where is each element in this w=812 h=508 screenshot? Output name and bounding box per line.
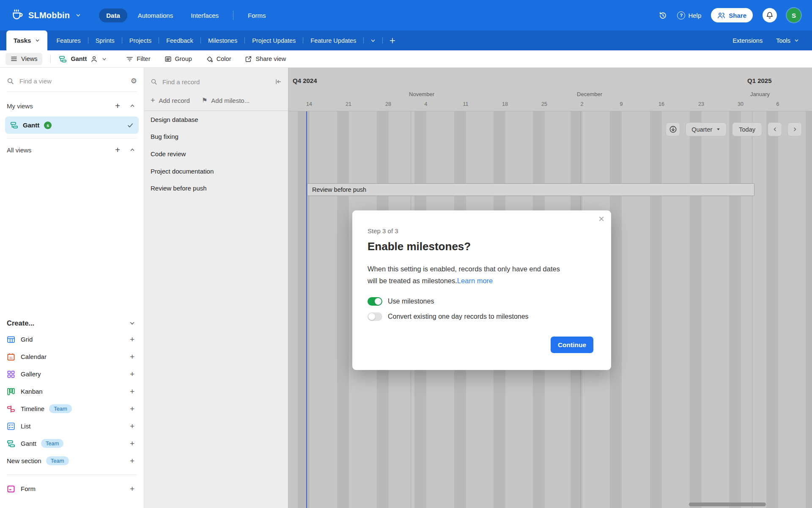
plus-icon[interactable]: + <box>130 352 134 362</box>
record-name: Review before push <box>151 185 207 192</box>
notifications-button[interactable] <box>763 8 777 22</box>
create-item-grid[interactable]: Grid+ <box>0 331 144 348</box>
weekend-shading <box>690 111 701 508</box>
views-button[interactable]: Views <box>5 53 42 65</box>
week-gridline <box>778 111 778 508</box>
week-gridline <box>348 111 349 508</box>
toggle-knob <box>368 313 375 320</box>
record-row-review-before-push[interactable]: Review before push <box>144 179 288 197</box>
tab-feedback[interactable]: Feedback <box>159 30 200 50</box>
record-search-input[interactable] <box>162 78 271 86</box>
add-milestone-button[interactable]: ⚑ Add milesto... <box>202 97 250 104</box>
plus-icon[interactable]: + <box>130 370 134 379</box>
chevron-down-icon <box>129 320 135 326</box>
view-toolbar: Views Gantt Filter Group <box>0 50 812 68</box>
group-button[interactable]: Group <box>165 55 192 63</box>
chevron-down-icon <box>370 38 376 44</box>
share-view-button[interactable]: Share view <box>245 55 286 63</box>
plus-icon[interactable]: + <box>130 456 134 466</box>
chevron-up-icon[interactable] <box>129 147 135 153</box>
horizontal-scrollbar[interactable] <box>689 502 766 506</box>
date-tick-label: 23 <box>698 101 704 107</box>
tab-project-updates[interactable]: Project Updates <box>245 30 303 50</box>
plus-icon[interactable]: + <box>130 422 134 431</box>
scroll-left-button[interactable] <box>768 122 782 136</box>
tools-button[interactable]: Tools <box>776 37 799 44</box>
gantt-view-icon <box>59 55 67 63</box>
view-search-input[interactable] <box>19 77 126 85</box>
chevron-down-icon <box>102 56 107 62</box>
week-gridline <box>309 111 310 508</box>
date-tick-label: 11 <box>463 101 469 107</box>
record-row-design-database[interactable]: Design database <box>144 111 288 128</box>
current-view-button[interactable]: Gantt <box>59 55 107 63</box>
help-button[interactable]: ? Help <box>677 11 701 19</box>
tab-projects[interactable]: Projects <box>122 30 159 50</box>
record-row-project-documentation[interactable]: Project documentation <box>144 163 288 180</box>
plus-icon <box>389 37 396 44</box>
create-item-kanban[interactable]: Kanban+ <box>0 383 144 400</box>
tab-tasks[interactable]: Tasks <box>6 30 47 50</box>
jump-to-bar-button[interactable] <box>666 122 680 136</box>
flag-icon: ⚑ <box>202 97 207 104</box>
avatar[interactable]: S <box>787 8 801 22</box>
create-item-list[interactable]: List+ <box>0 417 144 435</box>
tab-sprints[interactable]: Sprints <box>88 30 122 50</box>
share-button[interactable]: Share <box>711 8 753 22</box>
quarter-label-q4-2024: Q4 2024 <box>293 77 317 84</box>
color-button[interactable]: Color <box>206 55 231 63</box>
create-item-gantt[interactable]: GanttTeam+ <box>0 435 144 452</box>
create-item-timeline[interactable]: TimelineTeam+ <box>0 400 144 417</box>
topbar-nav-forms[interactable]: Forms <box>241 8 273 22</box>
add-view-icon[interactable]: + <box>115 145 120 155</box>
learn-more-link[interactable]: Learn more <box>457 277 493 284</box>
filter-button[interactable]: Filter <box>126 55 150 63</box>
week-gridline <box>741 111 741 508</box>
sidebar-item-gantt-selected[interactable]: Gantt s <box>5 116 139 134</box>
add-record-button[interactable]: Add record <box>159 97 190 104</box>
create-item-calendar[interactable]: 31Calendar+ <box>0 348 144 365</box>
scroll-right-button[interactable] <box>787 122 802 136</box>
tab-features[interactable]: Features <box>49 30 88 50</box>
create-item-new-section[interactable]: New sectionTeam+ <box>0 452 144 469</box>
gantt-bar-review-before-push[interactable]: Review before push <box>307 183 754 196</box>
topbar-nav-automations[interactable]: Automations <box>131 8 180 22</box>
topbar-right: ? Help Share <box>658 8 801 22</box>
continue-button[interactable]: Continue <box>551 337 593 353</box>
plus-icon[interactable]: + <box>130 404 134 414</box>
grid-icon <box>7 335 15 344</box>
collaborator-icon <box>91 55 98 63</box>
plus-icon[interactable]: + <box>130 484 134 494</box>
chevron-up-icon[interactable] <box>129 103 135 109</box>
collapse-panel-icon[interactable] <box>275 78 282 85</box>
add-table-button[interactable] <box>383 30 402 50</box>
close-icon[interactable]: × <box>598 214 604 224</box>
check-icon <box>127 122 134 129</box>
plus-icon[interactable]: + <box>130 387 134 396</box>
gear-icon[interactable]: ⚙ <box>131 77 137 86</box>
record-row-bug-fixing[interactable]: Bug fixing <box>144 128 288 146</box>
topbar-nav-interfaces[interactable]: Interfaces <box>184 8 226 22</box>
workspace-switcher[interactable]: SLMobbin <box>11 9 81 22</box>
record-row-code-review[interactable]: Code review <box>144 145 288 163</box>
plus-icon[interactable]: + <box>130 439 134 448</box>
today-button[interactable]: Today <box>732 122 762 136</box>
extensions-button[interactable]: Extensions <box>732 37 763 44</box>
topbar-nav-data[interactable]: Data <box>99 8 127 22</box>
tab-feature-updates[interactable]: Feature Updates <box>303 30 363 50</box>
use-milestones-toggle[interactable] <box>368 297 382 306</box>
create-header[interactable]: Create... <box>0 315 144 331</box>
record-search <box>144 73 288 90</box>
date-tick-label: 16 <box>658 101 664 107</box>
zoom-level-dropdown[interactable]: Quarter <box>686 122 727 136</box>
tab-milestones[interactable]: Milestones <box>201 30 244 50</box>
add-view-icon[interactable]: + <box>115 101 120 111</box>
convert-records-toggle[interactable] <box>368 312 382 321</box>
create-item-gallery[interactable]: Gallery+ <box>0 365 144 383</box>
plus-icon[interactable]: + <box>130 335 134 344</box>
create-item-form[interactable]: Form+ <box>0 480 144 497</box>
tabs-overflow-button[interactable] <box>364 30 382 50</box>
form-icon <box>7 485 15 493</box>
tab-label: Tasks <box>14 37 31 44</box>
history-icon[interactable] <box>658 11 667 20</box>
